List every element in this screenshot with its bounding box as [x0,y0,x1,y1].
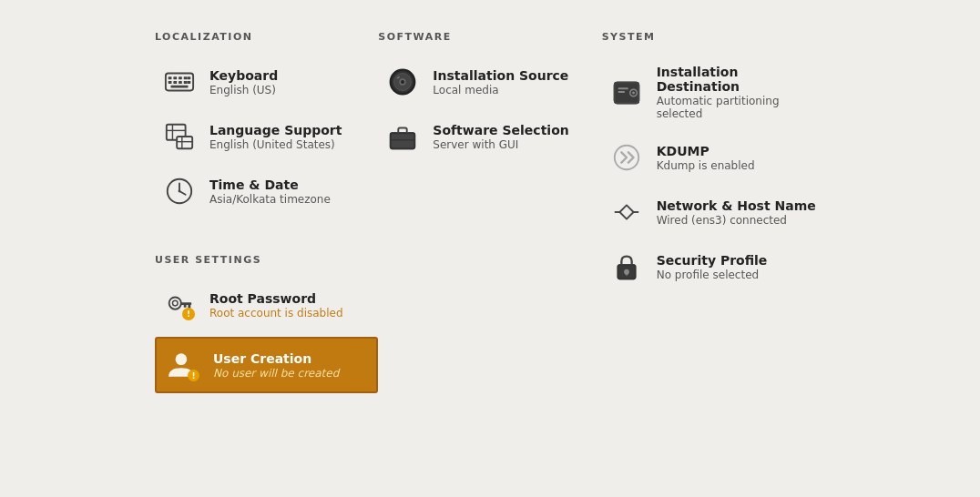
keyboard-title: Keyboard [209,68,278,83]
svg-rect-41 [618,87,628,89]
user-creation-title: User Creation [213,351,339,366]
language-support-item[interactable]: Language Support English (United States) [155,114,378,159]
time-date-item[interactable]: Time & Date Asia/Kolkata timezone [155,168,378,214]
language-title: Language Support [209,123,342,137]
installation-source-subtitle: Local media [433,84,568,96]
svg-point-21 [179,190,181,193]
svg-rect-10 [188,81,191,84]
user-creation-subtitle: No user will be created [213,367,339,380]
software-selection-item[interactable]: Software Selection Server with GUI [378,114,601,159]
root-warning-badge: ! [182,308,195,320]
kdump-item[interactable]: KDUMP Kdump is enabled [602,135,825,180]
keyboard-icon [162,65,197,99]
svg-rect-3 [179,76,182,79]
installation-destination-subtitle: Automatic partitioning selected [657,95,818,120]
software-selection-subtitle: Server with GUI [433,138,568,151]
time-date-subtitle: Asia/Kolkata timezone [209,193,331,206]
svg-rect-11 [171,86,189,88]
svg-rect-1 [168,76,172,79]
svg-rect-9 [188,76,191,79]
briefcase-icon [385,119,420,154]
svg-rect-4 [184,76,188,79]
system-column: SYSTEM Installation Destination Automati… [602,27,825,402]
svg-point-27 [176,353,188,365]
svg-rect-38 [614,82,638,103]
installation-source-title: Installation Source [433,68,568,83]
kdump-icon [609,140,644,175]
svg-rect-24 [180,302,191,305]
software-column: SOFTWARE Installation Source Local media [378,27,601,402]
svg-rect-7 [179,81,182,84]
clock-icon [162,174,197,208]
localization-title: LOCALIZATION [155,31,378,43]
installation-source-item[interactable]: Installation Source Local media [378,59,601,105]
network-title: Network & Host Name [657,198,816,213]
network-subtitle: Wired (ens3) connected [657,214,816,227]
user-creation-item[interactable]: ! User Creation No user will be created [155,337,378,393]
disk-icon [609,76,644,110]
disc-icon [385,65,420,99]
keyboard-subtitle: English (US) [209,84,278,96]
svg-rect-34 [391,133,414,148]
svg-rect-15 [177,137,192,148]
svg-rect-8 [184,81,188,84]
svg-rect-6 [173,81,177,84]
root-password-item[interactable]: ! Root Password Root account is disabled [155,282,378,328]
software-selection-title: Software Selection [433,123,568,137]
svg-point-31 [401,80,404,84]
keyboard-item[interactable]: Keyboard English (US) [155,59,378,105]
user-warning-badge: ! [188,370,199,381]
lock-icon [609,249,644,284]
svg-point-22 [169,298,181,309]
key-icon: ! [162,288,197,322]
svg-rect-42 [618,91,625,93]
system-title: SYSTEM [602,31,825,43]
svg-rect-5 [168,81,172,84]
user-icon: ! [166,348,200,382]
security-profile-item[interactable]: Security Profile No profile selected [602,244,825,289]
svg-point-40 [632,91,635,94]
security-profile-title: Security Profile [657,253,768,268]
svg-point-23 [172,300,178,306]
localization-column: LOCALIZATION Ke [155,27,378,402]
network-hostname-item[interactable]: Network & Host Name Wired (ens3) connect… [602,189,825,235]
kdump-subtitle: Kdump is enabled [657,159,755,172]
installation-destination-item[interactable]: Installation Destination Automatic parti… [602,59,825,126]
installation-destination-title: Installation Destination [657,65,818,94]
user-settings-title: USER SETTINGS [155,254,378,266]
network-icon [609,195,644,229]
software-title: SOFTWARE [378,31,601,43]
svg-rect-2 [173,76,177,79]
security-profile-subtitle: No profile selected [657,269,768,281]
kdump-title: KDUMP [657,144,755,158]
time-date-title: Time & Date [209,178,331,192]
root-password-subtitle: Root account is disabled [209,307,343,320]
language-icon [162,119,197,154]
language-subtitle: English (United States) [209,138,342,151]
root-password-title: Root Password [209,291,343,306]
